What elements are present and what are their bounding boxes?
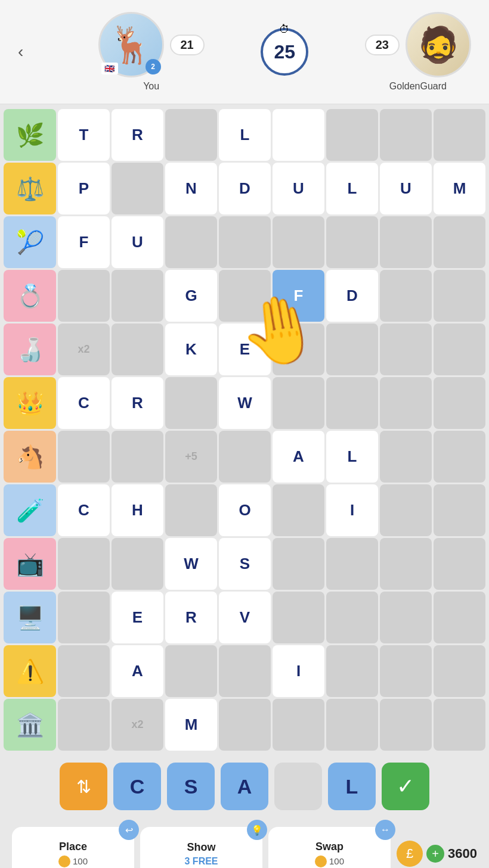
clue-row2: 🎾 (4, 216, 56, 268)
shuffle-button[interactable]: ⇅ (60, 763, 107, 810)
clue-row7: 🧪 (4, 484, 56, 536)
cell-2-2: U (112, 216, 163, 268)
clue-row8: 📺 (4, 538, 56, 590)
cell-11-7 (380, 699, 432, 751)
clue-row5: 👑 (4, 377, 56, 429)
game-header: ‹ 🦌 🇬🇧 2 21 You ⏱ 25 23 🧔 (0, 0, 489, 104)
cell-11-5 (273, 699, 324, 751)
player1-level: 2 (146, 59, 161, 74)
cell-3-5-highlighted[interactable]: F (273, 270, 324, 322)
player2-name: GoldenGuard (389, 81, 447, 92)
cell-1-7: U (380, 163, 432, 214)
cell-1-2 (112, 163, 163, 214)
cell-2-8 (434, 216, 485, 268)
coin-icon-place (58, 855, 70, 867)
currency-icon: £ (397, 841, 423, 867)
show-free-count: 3 FREE (185, 856, 218, 867)
player1-name: You (143, 81, 159, 92)
cell-9-3: R (165, 592, 217, 643)
swap-cost: 100 (315, 855, 344, 867)
cell-6-5: A (273, 431, 324, 483)
cell-7-7 (380, 484, 432, 536)
cell-5-6 (326, 377, 378, 429)
cell-4-3: K (165, 323, 217, 375)
currency-amount: 3600 (448, 846, 477, 861)
cell-11-8 (434, 699, 485, 751)
swap-button[interactable]: ↔ Swap 100 (268, 827, 391, 868)
cell-10-6 (326, 645, 378, 697)
player1: 🦌 🇬🇧 2 21 You (98, 12, 205, 92)
player1-avatar: 🦌 🇬🇧 2 (98, 12, 164, 77)
cell-11-4 (219, 699, 271, 751)
player1-score: 21 (170, 35, 205, 55)
cell-7-2: H (112, 484, 163, 536)
cell-6-8 (434, 431, 485, 483)
cell-4-7 (380, 323, 432, 375)
cell-7-8 (434, 484, 485, 536)
cell-8-4: S (219, 538, 271, 590)
cell-8-6 (326, 538, 378, 590)
tile-A[interactable]: A (221, 763, 268, 810)
cell-0-3 (165, 109, 217, 161)
cell-7-6: I (326, 484, 378, 536)
cell-1-3: N (165, 163, 217, 214)
clue-row11: 🏛️ (4, 699, 56, 751)
player1-flag: 🇬🇧 (101, 63, 118, 74)
back-button[interactable]: ‹ (18, 42, 42, 61)
cell-7-5 (273, 484, 324, 536)
cell-10-5: I (273, 645, 324, 697)
cell-9-5 (273, 592, 324, 643)
cell-2-4 (219, 216, 271, 268)
cell-11-1 (58, 699, 110, 751)
cell-4-4: E (219, 323, 271, 375)
cell-6-4 (219, 431, 271, 483)
cell-0-2: R (112, 109, 163, 161)
tile-S[interactable]: S (167, 763, 215, 810)
cell-4-2 (112, 323, 163, 375)
cell-10-3 (165, 645, 217, 697)
cell-6-3-plus5: +5 (165, 431, 217, 483)
cell-5-5 (273, 377, 324, 429)
cell-0-5 (273, 109, 324, 161)
cell-6-2 (112, 431, 163, 483)
cell-2-5 (273, 216, 324, 268)
cell-7-4: O (219, 484, 271, 536)
cell-0-8 (434, 109, 485, 161)
tiles-row: ⇅ C S A L ✓ (0, 755, 489, 817)
cell-8-5 (273, 538, 324, 590)
show-free: 3 FREE (185, 856, 218, 867)
tile-empty (274, 763, 322, 810)
cell-9-1 (58, 592, 110, 643)
cell-8-2 (112, 538, 163, 590)
confirm-button[interactable]: ✓ (382, 763, 429, 810)
cell-1-5: U (273, 163, 324, 214)
clue-row0: 🌿 (4, 109, 56, 161)
game-board: 🌿 T R L ⚖️ P N D U L UM 🎾 F U 💍 G F D (0, 104, 489, 755)
cell-9-8 (434, 592, 485, 643)
cell-9-7 (380, 592, 432, 643)
cell-4-8 (434, 323, 485, 375)
cell-2-7 (380, 216, 432, 268)
tile-L[interactable]: L (328, 763, 376, 810)
cell-7-3 (165, 484, 217, 536)
place-button[interactable]: ↩ Place 100 (12, 827, 134, 868)
cell-8-1 (58, 538, 110, 590)
cell-1-6: L (326, 163, 378, 214)
clue-row6: 🐴 (4, 431, 56, 483)
show-button[interactable]: 💡 Show 3 FREE (140, 827, 262, 868)
cell-3-4 (219, 270, 271, 322)
cell-5-2: R (112, 377, 163, 429)
tile-C[interactable]: C (113, 763, 161, 810)
show-icon: 💡 (247, 820, 267, 840)
cell-10-2: A (112, 645, 163, 697)
cell-1-8: M (434, 163, 485, 214)
cell-3-3: G (165, 270, 217, 322)
swap-icon: ↔ (375, 820, 395, 840)
cell-6-1 (58, 431, 110, 483)
place-cost: 100 (58, 855, 88, 867)
clue-row3: 💍 (4, 270, 56, 322)
cell-1-1: P (58, 163, 110, 214)
cell-0-1: T (58, 109, 110, 161)
cell-5-4: W (219, 377, 271, 429)
add-currency-button[interactable]: + (426, 845, 444, 863)
